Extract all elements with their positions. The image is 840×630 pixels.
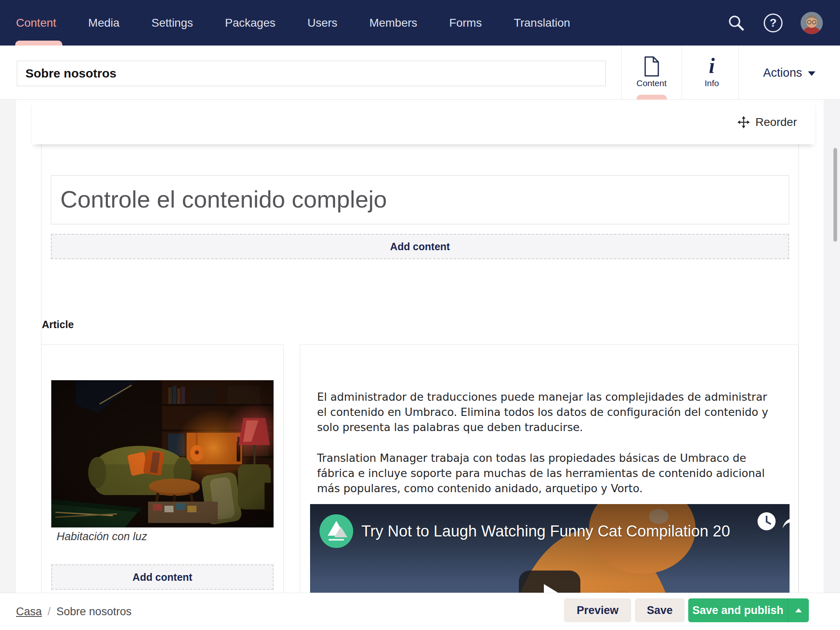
block-toolbar: Reorder — [32, 100, 815, 144]
play-icon — [544, 584, 559, 593]
breadcrumb: Casa / Sobre nosotros — [16, 593, 132, 630]
embedded-video-player[interactable]: Try Not to Laugh Watching Funny Cat Comp… — [310, 504, 790, 593]
info-icon: i — [709, 55, 714, 77]
watch-later-icon[interactable] — [757, 512, 776, 531]
save-and-publish-group: Save and publish — [688, 598, 809, 622]
save-and-publish-button[interactable]: Save and publish — [688, 598, 788, 622]
image-caption: Habitación con luz — [57, 530, 147, 543]
nav-item-translation[interactable]: Translation — [514, 16, 570, 30]
document-icon — [621, 55, 682, 77]
nav-item-members[interactable]: Members — [370, 16, 418, 30]
save-button[interactable]: Save — [635, 598, 685, 622]
video-title[interactable]: Try Not to Laugh Watching Funny Cat Comp… — [361, 523, 730, 540]
caret-down-icon — [808, 71, 815, 76]
nav-item-users[interactable]: Users — [307, 16, 337, 30]
avatar-photo — [801, 12, 823, 34]
move-icon — [737, 116, 750, 128]
block-title-field[interactable]: Controle el contenido complejo — [51, 175, 789, 224]
play-button[interactable] — [519, 571, 580, 593]
active-tab-indicator — [637, 95, 667, 100]
top-navigation: Content Media Settings Packages Users Me… — [0, 0, 840, 46]
left-gutter — [0, 100, 16, 593]
editor-footer: Casa / Sobre nosotros Preview Save Save … — [0, 593, 840, 630]
breadcrumb-current: Sobre nosotros — [57, 605, 132, 618]
actions-label: Actions — [763, 66, 802, 80]
article-section-heading: Article — [42, 319, 74, 331]
active-section-indicator — [15, 41, 62, 46]
channel-avatar[interactable] — [320, 514, 353, 548]
tab-info[interactable]: i Info — [682, 46, 742, 100]
tab-content[interactable]: Content — [621, 46, 682, 100]
article-body-text: El administrador de traducciones puede m… — [317, 389, 778, 511]
article-text-card: El administrador de traducciones puede m… — [300, 345, 799, 593]
publish-options-toggle[interactable] — [788, 598, 809, 622]
add-content-button[interactable]: Add content — [51, 234, 789, 259]
breadcrumb-root-link[interactable]: Casa — [16, 605, 42, 618]
reorder-button[interactable]: Reorder — [737, 116, 797, 129]
share-icon[interactable] — [781, 512, 790, 531]
nav-item-settings[interactable]: Settings — [151, 16, 193, 30]
add-content-button-article[interactable]: Add content — [51, 564, 274, 590]
reorder-label: Reorder — [756, 116, 797, 129]
document-header: Content i Info Actions — [0, 46, 840, 100]
article-paragraph: Translation Manager trabaja con todas la… — [317, 450, 778, 496]
nav-item-forms[interactable]: Forms — [449, 16, 482, 30]
article-media-card: Habitación con luz Add content — [41, 345, 284, 593]
scrollbar-thumb[interactable] — [833, 148, 837, 242]
article-paragraph: El administrador de traducciones puede m… — [317, 389, 778, 435]
nav-item-content[interactable]: Content — [16, 16, 56, 30]
help-icon[interactable]: ? — [764, 14, 783, 32]
content-editor-area: Reorder Controle el contenido complejo A… — [0, 100, 840, 593]
tab-content-label: Content — [621, 78, 682, 88]
document-name-input[interactable] — [17, 61, 606, 86]
caret-up-icon — [795, 608, 802, 612]
nav-item-media[interactable]: Media — [88, 16, 119, 30]
nav-item-packages[interactable]: Packages — [225, 16, 276, 30]
breadcrumb-separator: / — [48, 605, 51, 618]
search-icon[interactable] — [727, 14, 746, 32]
tab-info-label: Info — [682, 78, 742, 88]
actions-dropdown[interactable]: Actions — [738, 46, 840, 100]
scrollbar-track[interactable] — [824, 100, 840, 593]
preview-button[interactable]: Preview — [564, 598, 631, 622]
avatar[interactable] — [801, 12, 823, 34]
article-image[interactable] — [51, 380, 274, 527]
